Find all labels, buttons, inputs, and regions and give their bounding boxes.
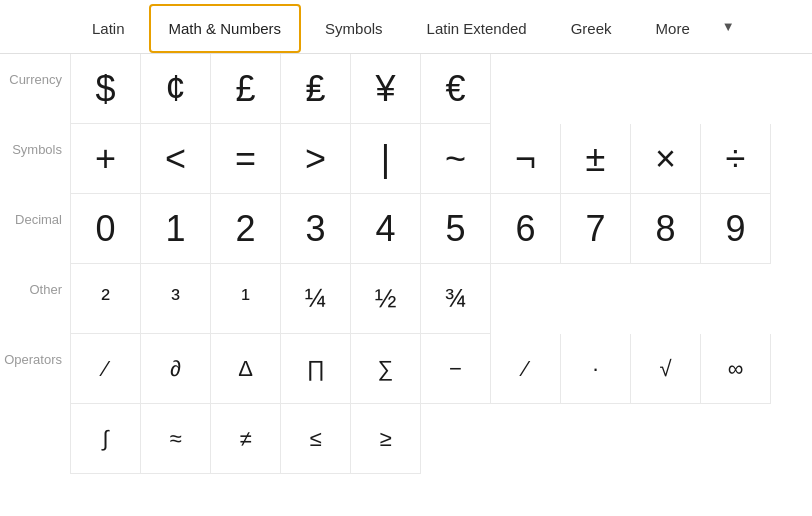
symbol-cell[interactable]: ∂ — [141, 334, 211, 404]
symbol-cell[interactable]: × — [631, 124, 701, 194]
symbol-cell[interactable]: 8 — [631, 194, 701, 264]
symbol-cell[interactable]: 1 — [141, 194, 211, 264]
category-label-operators: Operators — [0, 334, 70, 367]
symbol-cell[interactable]: ÷ — [701, 124, 771, 194]
category-row-operators: Operators∕∂Δ∏∑−⁄·√∞∫≈≠≤≥ — [0, 334, 812, 474]
category-row-other: Other²³¹¼½¾ — [0, 264, 812, 334]
symbol-cell[interactable]: 2 — [211, 194, 281, 264]
category-row-decimal: Decimal0123456789 — [0, 194, 812, 264]
symbol-cell[interactable]: 9 — [701, 194, 771, 264]
symbol-cell[interactable]: ~ — [421, 124, 491, 194]
symbol-cell[interactable]: √ — [631, 334, 701, 404]
symbol-grid-other: ²³¹¼½¾ — [70, 264, 812, 334]
symbol-cell[interactable]: > — [281, 124, 351, 194]
symbol-cell[interactable]: − — [421, 334, 491, 404]
symbol-grid-currency: $¢£₤¥€ — [70, 54, 812, 124]
category-row-currency: Currency$¢£₤¥€ — [0, 54, 812, 124]
symbol-cell[interactable]: ≈ — [141, 404, 211, 474]
symbol-grid-operators: ∕∂Δ∏∑−⁄·√∞∫≈≠≤≥ — [70, 334, 812, 474]
symbol-cell[interactable]: ∕ — [71, 334, 141, 404]
symbol-cell[interactable]: 4 — [351, 194, 421, 264]
symbol-cell[interactable]: ¹ — [211, 264, 281, 334]
symbol-cell[interactable]: ½ — [351, 264, 421, 334]
symbol-cell[interactable]: + — [71, 124, 141, 194]
symbol-cell[interactable]: | — [351, 124, 421, 194]
symbol-cell[interactable]: ¥ — [351, 54, 421, 124]
symbol-cell[interactable]: ³ — [141, 264, 211, 334]
symbol-cell[interactable]: $ — [71, 54, 141, 124]
symbol-cell[interactable]: · — [561, 334, 631, 404]
symbol-cell[interactable]: ∑ — [351, 334, 421, 404]
symbol-grid-decimal: 0123456789 — [70, 194, 812, 264]
symbol-cell[interactable]: = — [211, 124, 281, 194]
category-label-symbols: Symbols — [0, 124, 70, 157]
symbol-cell[interactable]: 6 — [491, 194, 561, 264]
symbol-cell[interactable]: ∏ — [281, 334, 351, 404]
tab-bar: LatinMath & NumbersSymbolsLatin Extended… — [0, 0, 812, 54]
tab-dropdown[interactable]: ▼ — [712, 5, 745, 48]
symbol-cell[interactable]: Δ — [211, 334, 281, 404]
tab-more[interactable]: More — [636, 4, 710, 53]
tab-latin-extended[interactable]: Latin Extended — [407, 4, 547, 53]
content-area: Currency$¢£₤¥€Symbols+<=>|~¬±×÷Decimal01… — [0, 54, 812, 474]
symbol-cell[interactable]: 5 — [421, 194, 491, 264]
symbol-cell[interactable]: ≤ — [281, 404, 351, 474]
symbol-grid-symbols: +<=>|~¬±×÷ — [70, 124, 812, 194]
symbol-cell[interactable]: ¢ — [141, 54, 211, 124]
tab-math-numbers[interactable]: Math & Numbers — [149, 4, 302, 53]
symbol-cell[interactable]: 0 — [71, 194, 141, 264]
symbol-cell[interactable]: ¾ — [421, 264, 491, 334]
symbol-cell[interactable]: ⁄ — [491, 334, 561, 404]
symbol-cell[interactable]: ∞ — [701, 334, 771, 404]
symbol-cell[interactable]: ¼ — [281, 264, 351, 334]
category-row-symbols: Symbols+<=>|~¬±×÷ — [0, 124, 812, 194]
symbol-cell[interactable]: ≠ — [211, 404, 281, 474]
symbol-cell[interactable]: < — [141, 124, 211, 194]
tab-symbols[interactable]: Symbols — [305, 4, 403, 53]
symbol-cell[interactable]: 7 — [561, 194, 631, 264]
symbol-cell[interactable]: ± — [561, 124, 631, 194]
symbol-cell[interactable]: ² — [71, 264, 141, 334]
symbol-cell[interactable]: 3 — [281, 194, 351, 264]
symbol-cell[interactable]: ∫ — [71, 404, 141, 474]
tab-greek[interactable]: Greek — [551, 4, 632, 53]
symbol-cell[interactable]: € — [421, 54, 491, 124]
symbol-cell[interactable]: ¬ — [491, 124, 561, 194]
symbol-cell[interactable]: ₤ — [281, 54, 351, 124]
category-label-decimal: Decimal — [0, 194, 70, 227]
symbol-cell[interactable]: £ — [211, 54, 281, 124]
tab-latin[interactable]: Latin — [72, 4, 145, 53]
symbol-cell[interactable]: ≥ — [351, 404, 421, 474]
category-label-currency: Currency — [0, 54, 70, 87]
category-label-other: Other — [0, 264, 70, 297]
